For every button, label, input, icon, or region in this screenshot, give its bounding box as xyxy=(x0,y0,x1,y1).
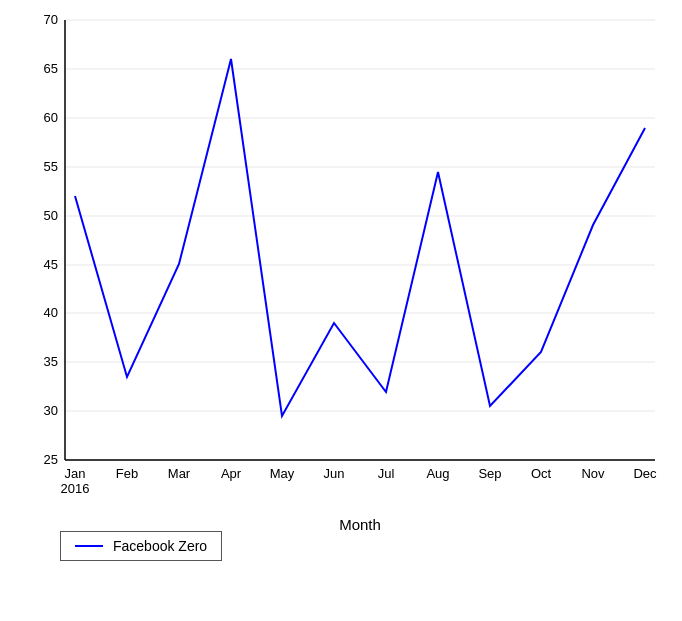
x-label-may: May xyxy=(270,466,295,481)
legend: Facebook Zero xyxy=(60,531,222,561)
legend-line-color xyxy=(75,545,103,547)
x-label-mar: Mar xyxy=(168,466,191,481)
line-chart: 70 65 60 55 50 45 40 35 30 25 Jan 2016 F… xyxy=(0,0,682,621)
y-tick-50: 50 xyxy=(44,208,58,223)
y-tick-40: 40 xyxy=(44,305,58,320)
x-label-apr: Apr xyxy=(221,466,242,481)
y-tick-35: 35 xyxy=(44,354,58,369)
x-label-oct: Oct xyxy=(531,466,552,481)
facebook-zero-line xyxy=(75,59,645,416)
chart-container: 70 65 60 55 50 45 40 35 30 25 Jan 2016 F… xyxy=(0,0,682,621)
x-label-feb: Feb xyxy=(116,466,138,481)
x-label-dec: Dec xyxy=(633,466,657,481)
y-tick-55: 55 xyxy=(44,159,58,174)
y-tick-60: 60 xyxy=(44,110,58,125)
y-tick-65: 65 xyxy=(44,61,58,76)
legend-label: Facebook Zero xyxy=(113,538,207,554)
x-label-nov: Nov xyxy=(581,466,605,481)
x-label-year: 2016 xyxy=(61,481,90,496)
y-tick-25: 25 xyxy=(44,452,58,467)
x-axis-label: Month xyxy=(339,516,381,533)
x-label-aug: Aug xyxy=(426,466,449,481)
x-label-sep: Sep xyxy=(478,466,501,481)
x-label-jun: Jun xyxy=(324,466,345,481)
y-tick-45: 45 xyxy=(44,257,58,272)
y-tick-70: 70 xyxy=(44,12,58,27)
x-label-jan: Jan xyxy=(65,466,86,481)
y-tick-30: 30 xyxy=(44,403,58,418)
x-label-jul: Jul xyxy=(378,466,395,481)
